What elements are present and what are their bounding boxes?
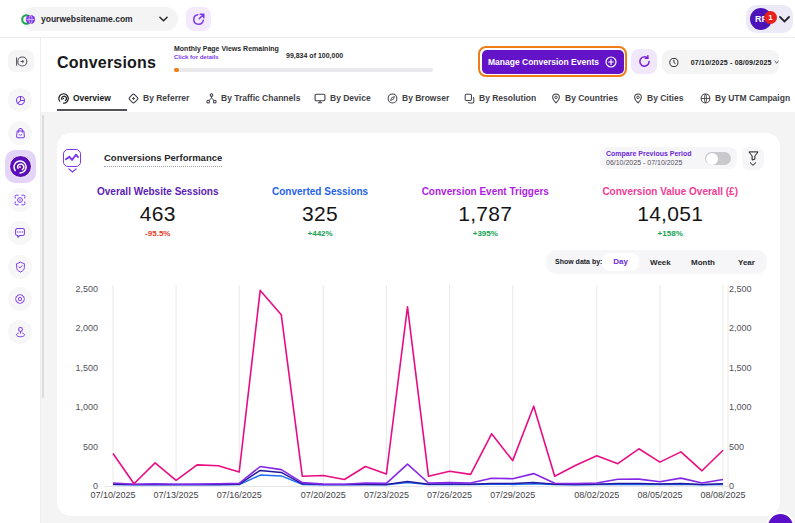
svg-text:1,000: 1,000 bbox=[75, 402, 98, 412]
svg-text:07/23/2025: 07/23/2025 bbox=[364, 490, 409, 500]
svg-text:07/10/2025: 07/10/2025 bbox=[90, 490, 135, 500]
svg-text:07/20/2025: 07/20/2025 bbox=[301, 490, 346, 500]
svg-text:500: 500 bbox=[729, 442, 744, 452]
svg-text:500: 500 bbox=[83, 442, 98, 452]
svg-text:07/26/2025: 07/26/2025 bbox=[427, 490, 472, 500]
svg-text:2,500: 2,500 bbox=[729, 284, 752, 294]
svg-text:07/13/2025: 07/13/2025 bbox=[154, 490, 199, 500]
svg-text:07/16/2025: 07/16/2025 bbox=[217, 490, 262, 500]
svg-text:1,500: 1,500 bbox=[729, 363, 752, 373]
svg-text:2,500: 2,500 bbox=[75, 284, 98, 294]
svg-text:2,000: 2,000 bbox=[729, 323, 752, 333]
svg-text:07/29/2025: 07/29/2025 bbox=[490, 490, 535, 500]
svg-text:08/02/2025: 08/02/2025 bbox=[574, 490, 619, 500]
svg-text:08/08/2025: 08/08/2025 bbox=[700, 490, 745, 500]
svg-text:1,000: 1,000 bbox=[729, 402, 752, 412]
svg-text:2,000: 2,000 bbox=[75, 323, 98, 333]
svg-text:1,500: 1,500 bbox=[75, 363, 98, 373]
svg-text:08/05/2025: 08/05/2025 bbox=[637, 490, 682, 500]
